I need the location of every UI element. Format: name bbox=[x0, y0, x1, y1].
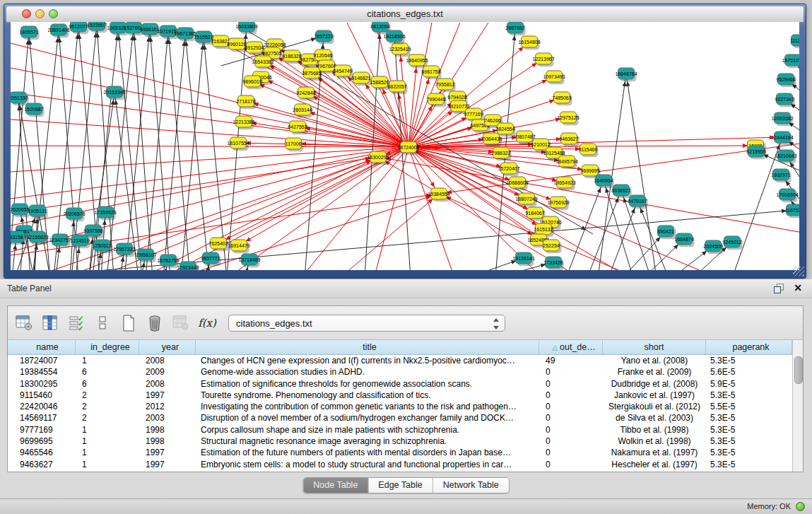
graph-node[interactable]: 8454749 bbox=[333, 65, 353, 78]
graph-node[interactable]: 252254 bbox=[543, 240, 561, 253]
graph-node[interactable]: 17359928 bbox=[94, 206, 116, 220]
graph-node[interactable]: 2718176 bbox=[236, 95, 256, 109]
tab-edge-table[interactable]: Edge Table bbox=[368, 478, 433, 493]
table-row[interactable]: 946362711997Embryonic stem cells: a mode… bbox=[8, 459, 792, 470]
graph-node[interactable]: 12325419 bbox=[389, 43, 411, 57]
graph-node[interactable]: 2024509 bbox=[703, 240, 723, 254]
table-row[interactable]: 1830029562008Estimation of significance … bbox=[8, 378, 792, 390]
graph-node[interactable]: 2051330 bbox=[11, 92, 29, 105]
table-row[interactable]: 1872400712008Changes of HCN gene express… bbox=[8, 355, 792, 366]
graph-node[interactable]: 890421 bbox=[657, 226, 676, 239]
window-titlebar[interactable]: citations_edges.txt bbox=[6, 6, 804, 23]
graph-node[interactable]: 1640954 bbox=[594, 175, 613, 188]
graph-node[interactable]: 6961758 bbox=[421, 66, 441, 79]
graph-node[interactable]: 18107554 bbox=[227, 137, 249, 151]
graph-node[interactable]: 33158 bbox=[11, 231, 27, 245]
graph-node[interactable]: 16210643 bbox=[775, 150, 796, 163]
graph-node[interactable]: 12975125 bbox=[557, 112, 579, 125]
close-panel-icon[interactable]: ✕ bbox=[794, 282, 802, 293]
graph-node[interactable]: 12342757 bbox=[49, 234, 71, 247]
graph-node[interactable]: 1112433 bbox=[790, 35, 799, 48]
network-window[interactable]: citations_edges.txt 18724007183002951938… bbox=[4, 4, 806, 279]
graph-node[interactable]: 19756928 bbox=[547, 197, 569, 210]
table-row[interactable]: 2242004622012Investigating the contribut… bbox=[8, 401, 792, 412]
table-selector-dropdown[interactable]: citations_edges.txt bbox=[228, 315, 505, 332]
table-row[interactable]: 946554611997Estimation of the future num… bbox=[8, 447, 792, 458]
graph-node[interactable]: 12093582 bbox=[771, 112, 793, 126]
graph-node[interactable]: 10973493 bbox=[543, 71, 565, 84]
scrollbar-thumb[interactable] bbox=[794, 356, 803, 384]
graph-node[interactable]: 13718485 bbox=[238, 254, 260, 267]
graph-node[interactable]: 9857771 bbox=[201, 252, 220, 266]
table-panel-titlebar[interactable]: Table Panel ✕ bbox=[0, 279, 812, 298]
graph-node[interactable]: 9227343 bbox=[775, 93, 794, 107]
graph-node[interactable]: 15751074 bbox=[782, 54, 799, 68]
graph-node[interactable]: 1520687 bbox=[24, 103, 44, 117]
vertical-scrollbar[interactable] bbox=[792, 340, 803, 472]
graph-node[interactable]: 9115460 bbox=[579, 144, 599, 157]
graph-node[interactable]: 10688609 bbox=[506, 177, 528, 190]
graph-node[interactable]: 20153346 bbox=[103, 86, 125, 100]
graph-node[interactable]: 7955812 bbox=[435, 78, 455, 92]
graph-node[interactable]: 7990448 bbox=[426, 93, 446, 107]
graph-node[interactable]: 9512077 bbox=[69, 22, 88, 34]
validate-rows-icon[interactable]: ✓✓✓ bbox=[67, 314, 86, 332]
graph-node[interactable]: 12213386 bbox=[233, 116, 254, 129]
window-resize-grip[interactable] bbox=[793, 267, 804, 276]
graph-node[interactable]: 8960128 bbox=[227, 38, 247, 52]
graph-node[interactable]: 1522607 bbox=[87, 22, 107, 33]
delete-icon[interactable] bbox=[146, 314, 164, 332]
graph-node[interactable]: 19136141 bbox=[512, 252, 534, 266]
graph-node[interactable]: 15720407 bbox=[498, 163, 519, 176]
tab-node-table[interactable]: Node Table bbox=[303, 478, 368, 493]
graph-node[interactable]: 19654923 bbox=[553, 177, 575, 190]
table-row[interactable]: 1456911722003Disruption of a novel membe… bbox=[8, 412, 792, 424]
graph-node[interactable]: 20891406 bbox=[47, 24, 69, 37]
table-row[interactable]: 911546021997Tourette syndrome. Phenomeno… bbox=[8, 390, 792, 401]
graph-node[interactable]: 2887682 bbox=[505, 22, 525, 35]
graph-node[interactable]: 17016504 bbox=[776, 189, 798, 202]
graph-node[interactable]: 8938921 bbox=[611, 185, 631, 198]
graph-node[interactable]: 9242848 bbox=[296, 87, 316, 100]
table-settings-icon[interactable] bbox=[15, 314, 33, 332]
graph-node[interactable]: 1932971 bbox=[771, 169, 791, 182]
graph-node[interactable]: 6479197 bbox=[628, 195, 647, 209]
graph-node[interactable]: 9529966 bbox=[776, 74, 796, 87]
graph-node[interactable]: 9896019 bbox=[242, 76, 262, 89]
graph-node[interactable]: 7857223 bbox=[314, 30, 334, 44]
new-file-icon[interactable] bbox=[119, 314, 138, 332]
graph-node[interactable]: 7625402 bbox=[208, 238, 228, 251]
graph-node[interactable]: 6822057 bbox=[387, 81, 407, 94]
table-row[interactable]: 977716911998Corpus callosum shape and si… bbox=[8, 424, 792, 436]
graph-node[interactable]: 17957223 bbox=[113, 243, 135, 257]
graph-node[interactable]: 9146821 bbox=[351, 72, 371, 86]
column-header-outde[interactable]: △out_de… bbox=[539, 340, 603, 354]
graph-node[interactable]: 1905131 bbox=[28, 205, 47, 218]
graph-node[interactable]: 16914479 bbox=[228, 240, 249, 253]
graph-node[interactable]: 7986322 bbox=[491, 147, 511, 160]
column-header-pagerank[interactable]: pagerank bbox=[706, 340, 792, 354]
graph-node[interactable]: 3875685 bbox=[302, 67, 322, 81]
column-header-year[interactable]: year bbox=[139, 340, 196, 354]
graph-node[interactable]: 16782759 bbox=[157, 255, 179, 268]
graph-node[interactable]: 16033809 bbox=[235, 22, 257, 34]
float-panel-icon[interactable] bbox=[774, 284, 784, 293]
graph-node[interactable]: 117006 bbox=[286, 138, 304, 151]
network-canvas[interactable]: 1872400718300295193845547163822896012889… bbox=[11, 22, 799, 270]
graph-node[interactable]: 9463627 bbox=[559, 133, 579, 146]
column-header-name[interactable]: name bbox=[8, 340, 76, 354]
graph-node[interactable]: 12156823 bbox=[26, 231, 48, 245]
memory-status-indicator[interactable] bbox=[796, 502, 805, 511]
graph-node[interactable]: 8427552 bbox=[288, 121, 307, 134]
graph-node[interactable]: 1733426 bbox=[543, 257, 563, 270]
table-row[interactable]: 1938455462009Genome-wide association stu… bbox=[8, 366, 792, 378]
graph-node[interactable]: 19218506 bbox=[383, 30, 405, 44]
import-table-icon[interactable] bbox=[172, 314, 190, 332]
function-builder-icon[interactable]: f(x) bbox=[198, 314, 216, 332]
graph-node[interactable]: 1167533 bbox=[785, 204, 799, 218]
graph-node[interactable]: 8912934 bbox=[245, 42, 264, 55]
graph-node[interactable]: 20206576 bbox=[63, 208, 85, 221]
graph-node[interactable]: 16543382 bbox=[252, 56, 273, 69]
column-header-title[interactable]: title bbox=[196, 340, 539, 354]
row-height-icon[interactable] bbox=[93, 314, 112, 332]
